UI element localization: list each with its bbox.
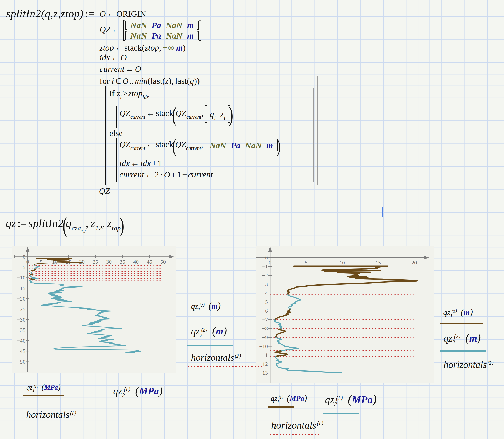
left-chart-legend-y3[interactable]: horizontals⟨2⟩ bbox=[191, 353, 241, 362]
left-chart-legend-x3[interactable]: horizontals⟨1⟩ bbox=[26, 410, 76, 419]
program-bar-if bbox=[115, 106, 117, 128]
svg-text:−3: −3 bbox=[262, 281, 268, 287]
left-chart-legend-x2[interactable]: qz2⟨1⟩ (MPa) bbox=[113, 385, 163, 396]
left-chart-legend-y1-swatch bbox=[187, 317, 230, 318]
svg-text:−9: −9 bbox=[262, 334, 268, 341]
program-line-10: QZcurrent←stack(QZcurrent,NaNPaNaNm) bbox=[119, 140, 280, 151]
right-chart-legend-y3[interactable]: horizontals⟨2⟩ bbox=[443, 360, 493, 369]
svg-text:−50: −50 bbox=[17, 359, 25, 365]
program-scope-line-1 bbox=[321, 4, 321, 198]
left-chart-legend-x1[interactable]: qz1⟨1⟩ (MPa) bbox=[26, 383, 61, 391]
right-chart[interactable]: 051015200−1−2−3−4−5−6−7−8−9−10−11−12−13 bbox=[256, 246, 434, 383]
program-line-3: ztop←stack(ztop,−∞ m) bbox=[99, 44, 185, 52]
right-chart-legend-y2-swatch bbox=[440, 351, 486, 352]
left-chart-legend-x2-swatch bbox=[109, 402, 167, 402]
right-chart-legend-x3-swatch bbox=[269, 434, 319, 435]
svg-text:−2: −2 bbox=[262, 272, 268, 279]
right-chart-legend-y1-swatch bbox=[440, 323, 483, 324]
right-chart-legend-y1[interactable]: qz1⟨2⟩ (m) bbox=[443, 308, 473, 317]
svg-text:40: 40 bbox=[133, 259, 139, 265]
program-scope-line-3 bbox=[313, 88, 314, 182]
program-bar-for bbox=[104, 86, 106, 185]
svg-text:−11: −11 bbox=[259, 352, 268, 358]
mathcad-worksheet: { "app": "mathcad-worksheet", "region_sp… bbox=[0, 0, 504, 439]
svg-text:−10: −10 bbox=[17, 275, 25, 281]
right-chart-legend-y2[interactable]: qz2⟨2⟩ (m) bbox=[443, 332, 481, 343]
program-line-1: O←ORIGIN bbox=[99, 10, 146, 18]
left-chart-legend-y2-swatch bbox=[187, 345, 233, 346]
svg-text:−6: −6 bbox=[262, 308, 268, 314]
svg-text:−30: −30 bbox=[17, 317, 25, 323]
svg-text:−20: −20 bbox=[17, 296, 25, 302]
svg-text:0: 0 bbox=[265, 255, 268, 261]
svg-text:5: 5 bbox=[305, 260, 307, 266]
program-line-7: if zi≥ztopidx bbox=[109, 89, 149, 98]
svg-text:−7: −7 bbox=[262, 317, 268, 323]
svg-text:−15: −15 bbox=[17, 285, 25, 291]
program-line-6: for i∈O..min(last(z),last(q)) bbox=[99, 77, 200, 85]
svg-text:−10: −10 bbox=[259, 343, 268, 349]
svg-text:45: 45 bbox=[147, 259, 152, 265]
svg-text:−1: −1 bbox=[262, 264, 268, 270]
program-line-9: else bbox=[109, 129, 123, 137]
program-line-4: idx←O bbox=[99, 53, 127, 62]
left-chart-legend-y2[interactable]: qz2⟨2⟩ (m) bbox=[191, 325, 227, 336]
program-line-5: current←O bbox=[99, 65, 141, 73]
svg-text:0: 0 bbox=[26, 259, 29, 265]
program-bar-else bbox=[115, 138, 117, 182]
left-chart-legend-y3-swatch bbox=[187, 366, 264, 367]
right-chart-legend-x3[interactable]: horizontals⟨1⟩ bbox=[271, 420, 323, 430]
program-bar-main bbox=[96, 7, 98, 195]
svg-text:30: 30 bbox=[106, 259, 112, 265]
svg-text:−45: −45 bbox=[17, 348, 25, 354]
svg-text:0: 0 bbox=[23, 254, 25, 260]
program-line-12: current←2·O+1−current bbox=[119, 170, 213, 179]
svg-text:−5: −5 bbox=[262, 299, 268, 305]
svg-text:50: 50 bbox=[160, 259, 166, 265]
svg-text:25: 25 bbox=[93, 259, 98, 265]
svg-text:15: 15 bbox=[376, 260, 381, 266]
program-line-11: idx←idx+1 bbox=[119, 159, 162, 167]
svg-text:−25: −25 bbox=[17, 306, 25, 312]
right-chart-legend-x2[interactable]: qz2⟨1⟩ (MPa) bbox=[325, 393, 377, 405]
right-chart-legend-x2-swatch bbox=[323, 413, 359, 414]
svg-text:5: 5 bbox=[40, 259, 43, 265]
svg-text:10: 10 bbox=[340, 260, 345, 266]
right-chart-legend-x1[interactable]: qz1⟨1⟩ (MPa) bbox=[271, 394, 307, 402]
left-chart[interactable]: 051015202530354045500−5−10−15−20−25−30−3… bbox=[12, 246, 176, 373]
program-line-8: QZcurrent←stack(QZcurrent,qizi) bbox=[119, 105, 232, 123]
program-line-2: QZ← NaNPaNaNm NaNPaNaNm bbox=[99, 20, 201, 41]
program-line-13: QZ bbox=[99, 187, 110, 195]
right-chart-legend-y3-swatch bbox=[440, 372, 504, 372]
left-chart-legend-x1-swatch bbox=[23, 395, 64, 396]
program-scope-line-2 bbox=[317, 76, 318, 185]
function-header: splitIn2(q,z,ztop):= bbox=[6, 8, 96, 19]
svg-text:20: 20 bbox=[412, 260, 417, 266]
svg-text:0: 0 bbox=[269, 260, 271, 266]
svg-text:35: 35 bbox=[120, 259, 125, 265]
svg-text:−13: −13 bbox=[259, 370, 268, 376]
svg-text:−40: −40 bbox=[17, 338, 25, 344]
svg-text:−35: −35 bbox=[17, 327, 25, 333]
right-chart-legend-x1-swatch bbox=[269, 406, 294, 408]
left-chart-legend-y1[interactable]: qz1⟨2⟩ (m) bbox=[191, 301, 221, 310]
left-chart-legend-x3-swatch bbox=[23, 423, 94, 423]
svg-text:−8: −8 bbox=[262, 326, 268, 331]
math-region-qz[interactable]: qz:=splitIn2(qcza12,z12,ztop) bbox=[6, 218, 123, 229]
svg-text:−5: −5 bbox=[20, 264, 25, 270]
svg-text:−4: −4 bbox=[262, 290, 268, 296]
